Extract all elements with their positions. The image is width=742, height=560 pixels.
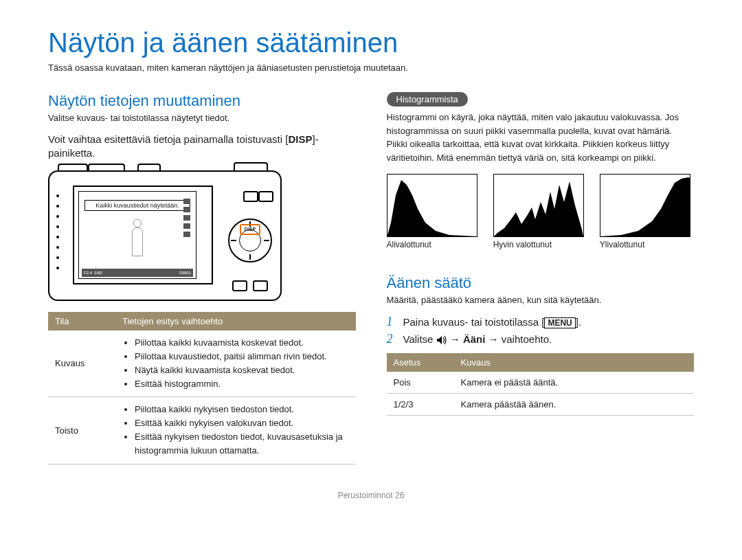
manual-page: Näytön ja äänen säätäminen Tässä osassa … xyxy=(0,0,742,500)
th-option: Tietojen esitys vaihtoehto xyxy=(115,312,356,331)
page-title: Näytön ja äänen säätäminen xyxy=(48,27,694,58)
table-row: 1/2/3 Kamera päästää äänen. xyxy=(387,394,695,416)
table-row: Kuvaus Piilottaa kaikki kuvaamista koske… xyxy=(48,331,356,397)
step-number: 2 xyxy=(387,332,398,346)
camera-button xyxy=(243,191,258,202)
speaker-icon xyxy=(436,335,447,345)
arrow1: → xyxy=(450,333,463,345)
disp-button-highlight: DISP xyxy=(240,224,260,235)
footer-page: 26 xyxy=(395,491,404,500)
cell-mode: Kuvaus xyxy=(48,331,115,397)
disp-key: DISP xyxy=(288,133,312,145)
mode-options: Piilottaa kaikki nykyisen tiedoston tied… xyxy=(122,403,349,458)
histogram-examples: Alivalottunut Hyvin valottunut xyxy=(387,174,695,249)
table-row: Pois Kamera ei päästä ääntä. xyxy=(387,372,695,394)
instr-text-a: Voit vaihtaa esitettäviä tietoja painama… xyxy=(48,133,285,145)
h2-sound: Äänen säätö xyxy=(387,274,695,292)
figure-icon xyxy=(127,219,148,260)
screen-note: Kaikki kuvaustiedot näytetään. xyxy=(85,200,190,211)
histo-under: Alivalottunut xyxy=(387,174,481,249)
cell-desc: Kamera ei päästä ääntä. xyxy=(454,372,695,394)
list-item: Esittää nykyisen tiedoston tiedot, kuvau… xyxy=(135,430,349,458)
camera-button xyxy=(232,280,247,291)
status-s: 1/60 xyxy=(94,271,102,275)
side-icons xyxy=(183,199,193,237)
steps: 1 Paina kuvaus- tai toistotilassa [MENU]… xyxy=(387,315,695,346)
step2-bold: Ääni xyxy=(463,333,486,345)
mode-options: Piilottaa kaikki kuvaamista koskevat tie… xyxy=(122,336,349,392)
sound-table: Asetus Kuvaus Pois Kamera ei päästä äänt… xyxy=(387,353,695,416)
page-footer: Perustoiminnot 26 xyxy=(48,491,694,500)
list-item: Näytä kaikki kuvaamista koskevat tiedot. xyxy=(135,363,349,377)
cell-desc: Kamera päästää äänen. xyxy=(454,394,695,416)
th-mode: Tila xyxy=(48,312,115,331)
histo-cap: Ylivalottunut xyxy=(600,240,694,249)
histogram-para: Histogrammi on käyrä, joka näyttää, mite… xyxy=(387,111,695,164)
list-item: Esittää histogrammin. xyxy=(135,377,349,391)
step2-b: → vaihtoehto. xyxy=(488,333,552,345)
table-row: Toisto Piilottaa kaikki nykyisen tiedost… xyxy=(48,397,356,464)
cell-setting: Pois xyxy=(387,372,454,394)
camera-screen: Kaikki kuvaustiedot näytetään. F2.4 1/60… xyxy=(73,186,213,284)
status-f: F2.4 xyxy=(84,271,92,275)
camera-button xyxy=(253,280,268,291)
display-mode-table: Tila Tietojen esitys vaihtoehto Kuvaus P… xyxy=(48,312,356,464)
status-counter: 00001 xyxy=(179,271,191,275)
histo-over: Ylivalottunut xyxy=(600,174,694,249)
histo-cap: Hyvin valottunut xyxy=(493,240,587,249)
list-item: Esittää kaikki nykyisen valokuvan tiedot… xyxy=(135,416,349,430)
h2-display-info: Näytön tietojen muuttaminen xyxy=(48,92,356,110)
columns: Näytön tietojen muuttaminen Valitse kuva… xyxy=(48,92,694,464)
list-item: Piilottaa kaikki nykyisen tiedoston tied… xyxy=(135,403,349,416)
menu-key: MENU xyxy=(544,317,575,328)
th-desc: Kuvaus xyxy=(454,353,695,372)
step-2: 2 Valitse → Ääni → vaihtoehto. xyxy=(387,332,695,346)
control-dial: DISP xyxy=(228,219,272,262)
sound-sub: Määritä, päästääkö kamera äänen, kun sit… xyxy=(387,295,695,305)
camera-button xyxy=(258,191,273,202)
col-right: Histogrammista Histogrammi on käyrä, jok… xyxy=(387,92,695,464)
step1-a: Paina kuvaus- tai toistotilassa xyxy=(403,316,542,328)
step2-a: Valitse xyxy=(403,333,436,345)
cell-setting: 1/2/3 xyxy=(387,394,454,416)
step-number: 1 xyxy=(387,315,398,329)
list-item: Piilottaa kaikki kuvaamista koskevat tie… xyxy=(135,336,349,350)
step1-b: . xyxy=(578,316,581,328)
footer-section: Perustoiminnot xyxy=(338,491,393,500)
display-sub: Valitse kuvaus- tai toistotilassa näytet… xyxy=(48,113,356,123)
histo-cap: Alivalottunut xyxy=(387,240,481,249)
cell-mode: Toisto xyxy=(48,397,115,464)
display-instr: Voit vaihtaa esitettäviä tietoja painama… xyxy=(48,133,356,161)
page-intro: Tässä osassa kuvataan, miten kameran näy… xyxy=(48,63,694,73)
col-left: Näytön tietojen muuttaminen Valitse kuva… xyxy=(48,92,356,464)
th-setting: Asetus xyxy=(387,353,454,372)
histo-well: Hyvin valottunut xyxy=(493,174,587,249)
status-bar: F2.4 1/60 00001 xyxy=(82,269,193,277)
histogram-pill: Histogrammista xyxy=(387,92,468,107)
camera-illustration: Kaikki kuvaustiedot näytetään. F2.4 1/60… xyxy=(48,170,282,301)
step-1: 1 Paina kuvaus- tai toistotilassa [MENU]… xyxy=(387,315,695,329)
list-item: Piilottaa kuvaustiedot, paitsi alimman r… xyxy=(135,350,349,363)
